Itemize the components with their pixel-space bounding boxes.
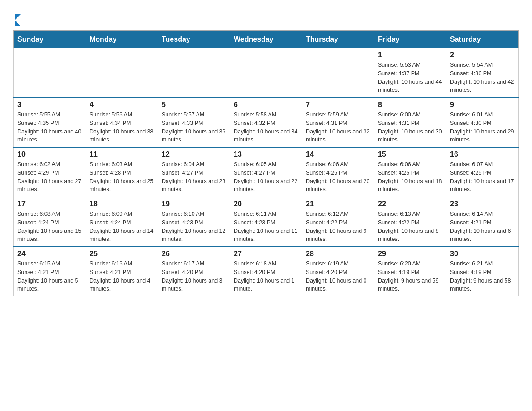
day-info: Sunrise: 6:16 AM Sunset: 4:21 PM Dayligh… [90,260,154,293]
calendar-cell: 27Sunrise: 6:18 AM Sunset: 4:20 PM Dayli… [230,247,302,296]
day-number: 28 [306,250,370,258]
day-number: 30 [450,250,515,258]
calendar-cell: 8Sunrise: 6:00 AM Sunset: 4:31 PM Daylig… [374,98,446,147]
calendar-cell: 22Sunrise: 6:13 AM Sunset: 4:22 PM Dayli… [374,197,446,247]
calendar-cell [230,48,302,98]
day-info: Sunrise: 5:56 AM Sunset: 4:34 PM Dayligh… [90,111,154,144]
day-info: Sunrise: 6:03 AM Sunset: 4:28 PM Dayligh… [90,160,154,194]
calendar-cell: 25Sunrise: 6:16 AM Sunset: 4:21 PM Dayli… [86,247,158,296]
calendar-cell: 18Sunrise: 6:09 AM Sunset: 4:24 PM Dayli… [86,197,158,247]
calendar-cell: 6Sunrise: 5:58 AM Sunset: 4:32 PM Daylig… [230,98,302,147]
day-number: 27 [234,250,298,258]
day-number: 22 [378,200,442,208]
day-number: 12 [162,150,226,158]
calendar-cell: 26Sunrise: 6:17 AM Sunset: 4:20 PM Dayli… [158,247,230,296]
day-number: 10 [17,150,82,158]
calendar-cell: 20Sunrise: 6:11 AM Sunset: 4:23 PM Dayli… [230,197,302,247]
day-info: Sunrise: 6:02 AM Sunset: 4:29 PM Dayligh… [17,160,82,194]
day-number: 8 [378,101,442,109]
day-info: Sunrise: 5:55 AM Sunset: 4:35 PM Dayligh… [17,111,82,144]
day-info: Sunrise: 6:13 AM Sunset: 4:22 PM Dayligh… [378,210,442,244]
calendar-cell: 13Sunrise: 6:05 AM Sunset: 4:27 PM Dayli… [230,147,302,197]
weekday-header-row: SundayMondayTuesdayWednesdayThursdayFrid… [14,31,519,48]
calendar-cell: 14Sunrise: 6:06 AM Sunset: 4:26 PM Dayli… [302,147,374,197]
calendar-cell: 23Sunrise: 6:14 AM Sunset: 4:21 PM Dayli… [446,197,519,247]
day-info: Sunrise: 6:09 AM Sunset: 4:24 PM Dayligh… [90,210,154,244]
calendar-cell: 24Sunrise: 6:15 AM Sunset: 4:21 PM Dayli… [14,247,86,296]
day-number: 14 [306,150,370,158]
day-number: 15 [378,150,442,158]
calendar-cell: 11Sunrise: 6:03 AM Sunset: 4:28 PM Dayli… [86,147,158,197]
day-info: Sunrise: 6:14 AM Sunset: 4:21 PM Dayligh… [450,210,515,244]
day-info: Sunrise: 5:57 AM Sunset: 4:33 PM Dayligh… [162,111,226,144]
day-number: 23 [450,200,515,208]
calendar-cell: 10Sunrise: 6:02 AM Sunset: 4:29 PM Dayli… [14,147,86,197]
day-number: 9 [450,101,515,109]
day-number: 4 [90,101,154,109]
day-number: 19 [162,200,226,208]
weekday-header-friday: Friday [374,31,446,48]
calendar-cell [302,48,374,98]
day-info: Sunrise: 6:21 AM Sunset: 4:19 PM Dayligh… [450,260,515,293]
day-number: 6 [234,101,298,109]
day-info: Sunrise: 6:06 AM Sunset: 4:26 PM Dayligh… [306,160,370,194]
calendar-week-row: 24Sunrise: 6:15 AM Sunset: 4:21 PM Dayli… [14,247,519,296]
day-info: Sunrise: 5:58 AM Sunset: 4:32 PM Dayligh… [234,111,298,144]
calendar-table: SundayMondayTuesdayWednesdayThursdayFrid… [13,30,519,296]
day-info: Sunrise: 6:11 AM Sunset: 4:23 PM Dayligh… [234,210,298,244]
calendar-cell: 29Sunrise: 6:20 AM Sunset: 4:19 PM Dayli… [374,247,446,296]
calendar-cell: 9Sunrise: 6:01 AM Sunset: 4:30 PM Daylig… [446,98,519,147]
page-header [13,9,519,26]
day-info: Sunrise: 6:20 AM Sunset: 4:19 PM Dayligh… [378,260,442,293]
calendar-cell [14,48,86,98]
day-number: 1 [378,51,442,59]
calendar-week-row: 17Sunrise: 6:08 AM Sunset: 4:24 PM Dayli… [14,197,519,247]
day-number: 11 [90,150,154,158]
day-number: 29 [378,250,442,258]
day-number: 16 [450,150,515,158]
calendar-cell: 28Sunrise: 6:19 AM Sunset: 4:20 PM Dayli… [302,247,374,296]
calendar-cell: 12Sunrise: 6:04 AM Sunset: 4:27 PM Dayli… [158,147,230,197]
calendar-cell: 4Sunrise: 5:56 AM Sunset: 4:34 PM Daylig… [86,98,158,147]
weekday-header-thursday: Thursday [302,31,374,48]
logo [13,13,21,26]
day-number: 26 [162,250,226,258]
day-number: 17 [17,200,82,208]
weekday-header-wednesday: Wednesday [230,31,302,48]
day-number: 25 [90,250,154,258]
calendar-cell: 30Sunrise: 6:21 AM Sunset: 4:19 PM Dayli… [446,247,519,296]
day-info: Sunrise: 5:54 AM Sunset: 4:36 PM Dayligh… [450,61,515,94]
day-number: 5 [162,101,226,109]
day-info: Sunrise: 6:17 AM Sunset: 4:20 PM Dayligh… [162,260,226,293]
day-number: 20 [234,200,298,208]
calendar-cell: 3Sunrise: 5:55 AM Sunset: 4:35 PM Daylig… [14,98,86,147]
calendar-cell: 7Sunrise: 5:59 AM Sunset: 4:31 PM Daylig… [302,98,374,147]
calendar-cell: 15Sunrise: 6:06 AM Sunset: 4:25 PM Dayli… [374,147,446,197]
calendar-cell: 17Sunrise: 6:08 AM Sunset: 4:24 PM Dayli… [14,197,86,247]
day-info: Sunrise: 6:00 AM Sunset: 4:31 PM Dayligh… [378,111,442,144]
day-info: Sunrise: 6:12 AM Sunset: 4:22 PM Dayligh… [306,210,370,244]
calendar-cell: 16Sunrise: 6:07 AM Sunset: 4:25 PM Dayli… [446,147,519,197]
calendar-cell: 21Sunrise: 6:12 AM Sunset: 4:22 PM Dayli… [302,197,374,247]
day-info: Sunrise: 6:08 AM Sunset: 4:24 PM Dayligh… [17,210,82,244]
weekday-header-tuesday: Tuesday [158,31,230,48]
day-number: 21 [306,200,370,208]
day-number: 2 [450,51,515,59]
day-info: Sunrise: 6:04 AM Sunset: 4:27 PM Dayligh… [162,160,226,194]
day-info: Sunrise: 6:10 AM Sunset: 4:23 PM Dayligh… [162,210,226,244]
day-info: Sunrise: 6:15 AM Sunset: 4:21 PM Dayligh… [17,260,82,293]
day-info: Sunrise: 6:07 AM Sunset: 4:25 PM Dayligh… [450,160,515,194]
calendar-cell: 1Sunrise: 5:53 AM Sunset: 4:37 PM Daylig… [374,48,446,98]
day-info: Sunrise: 5:59 AM Sunset: 4:31 PM Dayligh… [306,111,370,144]
day-info: Sunrise: 6:06 AM Sunset: 4:25 PM Dayligh… [378,160,442,194]
weekday-header-sunday: Sunday [14,31,86,48]
calendar-week-row: 10Sunrise: 6:02 AM Sunset: 4:29 PM Dayli… [14,147,519,197]
day-number: 24 [17,250,82,258]
weekday-header-saturday: Saturday [446,31,519,48]
day-info: Sunrise: 6:05 AM Sunset: 4:27 PM Dayligh… [234,160,298,194]
day-number: 18 [90,200,154,208]
calendar-cell [158,48,230,98]
day-info: Sunrise: 6:01 AM Sunset: 4:30 PM Dayligh… [450,111,515,144]
calendar-cell: 19Sunrise: 6:10 AM Sunset: 4:23 PM Dayli… [158,197,230,247]
day-info: Sunrise: 6:18 AM Sunset: 4:20 PM Dayligh… [234,260,298,293]
